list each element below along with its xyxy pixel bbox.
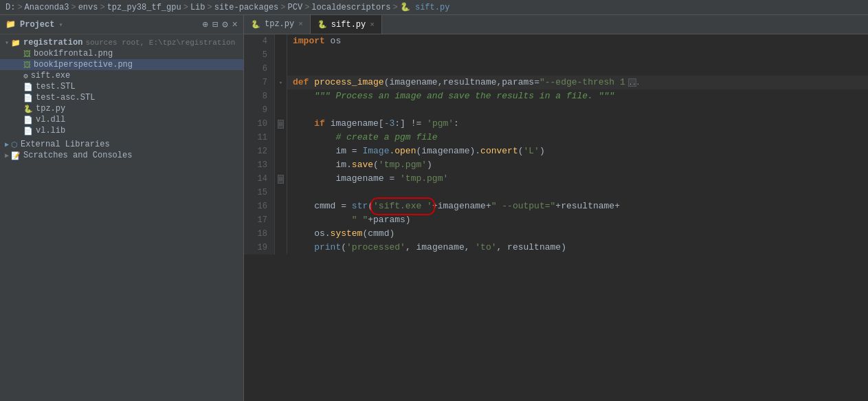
- settings-icon[interactable]: ⚙: [222, 19, 227, 30]
- sidebar-title: Project: [20, 20, 54, 30]
- book1frontal-icon: 🖼: [23, 50, 31, 58]
- folder-icon: 📁: [5, 19, 16, 30]
- code-line-11: 11 # create a pgm file: [244, 131, 868, 144]
- sidebar-root-label: registration: [23, 38, 82, 47]
- code-line-4: 4 import os: [244, 34, 868, 48]
- code-line-5: 5: [244, 48, 868, 62]
- tpz-py-icon: 🐍: [23, 105, 33, 113]
- sidebar: 📁 Project ▾ ⊕ ⊟ ⚙ × ▾ 📁 registration sou…: [0, 15, 244, 401]
- editor-area: 🐍 tpz.py × 🐍 sift.py × 4 import os 5: [244, 15, 868, 401]
- code-line-17: 17 " "+params): [244, 213, 868, 227]
- code-line-8: 8 """ Process an image and save the resu…: [244, 89, 868, 103]
- project-folder-icon: 📁: [11, 39, 21, 47]
- scratches-arrow: ▶: [3, 151, 11, 160]
- sidebar-dropdown-arrow[interactable]: ▾: [58, 21, 63, 29]
- sidebar-label-book1frontal: book1frontal.png: [34, 49, 113, 58]
- breadcrumb-folder-5: site-packages: [214, 3, 279, 12]
- breadcrumb-folder-7: localdescriptors: [311, 3, 390, 12]
- breadcrumb-folder-6: PCV: [288, 3, 303, 12]
- sidebar-label-tpz-py: tpz.py: [36, 104, 65, 113]
- book1perspective-icon: 🖼: [23, 61, 31, 69]
- breadcrumb-drive: D:: [5, 3, 15, 12]
- sidebar-label-vl-dll: vl.dll: [36, 115, 65, 124]
- sidebar-item-test-asc-stl[interactable]: 📄 test-asc.STL: [0, 92, 243, 103]
- collapse-icon[interactable]: ⊟: [212, 19, 218, 30]
- code-line-14: 14 ⊟ imagename = 'tmp.pgm': [244, 172, 868, 186]
- sidebar-label-book1perspective: book1perspective.png: [34, 60, 133, 69]
- breadcrumb-folder-3: tpz_py38_tf_gpu: [107, 3, 181, 12]
- sidebar-item-scratches[interactable]: ▶ 📝 Scratches and Consoles: [0, 150, 243, 161]
- sidebar-root-subtitle: sources root, E:\tpz\registration: [85, 39, 235, 47]
- sidebar-item-book1perspective[interactable]: 🖼 book1perspective.png: [0, 59, 243, 70]
- sift-py-tab-icon: 🐍: [318, 20, 327, 29]
- fold-icon-14[interactable]: ⊟: [278, 175, 284, 184]
- sidebar-label-vl-lib: vl.lib: [36, 126, 65, 136]
- sidebar-label-test-stl: test.STL: [36, 82, 76, 91]
- code-line-13: 13 im.save('tmp.pgm'): [244, 158, 868, 172]
- tab-tpz-py[interactable]: 🐍 tpz.py ×: [244, 15, 311, 34]
- sidebar-label-test-asc-stl: test-asc.STL: [36, 93, 95, 102]
- code-line-12: 12 im = Image.open(imagename).convert('L…: [244, 144, 868, 158]
- sidebar-label-sift-exe: sift.exe: [31, 71, 71, 80]
- tabs-bar: 🐍 tpz.py × 🐍 sift.py ×: [244, 15, 868, 34]
- code-line-6: 6: [244, 62, 868, 76]
- tab-sift-py[interactable]: 🐍 sift.py ×: [311, 15, 382, 34]
- tpz-py-tab-label: tpz.py: [265, 19, 294, 29]
- fold-arrow-7[interactable]: ▾: [279, 79, 282, 87]
- code-editor[interactable]: 4 import os 5 6 7 ▾: [244, 34, 868, 401]
- sidebar-item-tpz-py[interactable]: 🐍 tpz.py: [0, 103, 243, 114]
- breadcrumb-folder-2: envs: [78, 3, 98, 12]
- sidebar-item-external-libs[interactable]: ▶ ⬡ External Libraries: [0, 139, 243, 150]
- fold-icon-10[interactable]: ⊟: [278, 120, 284, 129]
- sidebar-item-book1frontal[interactable]: 🖼 book1frontal.png: [0, 48, 243, 59]
- tpz-py-tab-close[interactable]: ×: [298, 20, 303, 28]
- breadcrumb-folder-4: Lib: [190, 3, 205, 12]
- code-line-15: 15: [244, 186, 868, 199]
- sidebar-tree: ▾ 📁 registration sources root, E:\tpz\re…: [0, 34, 243, 401]
- sidebar-label-scratches: Scratches and Consoles: [23, 151, 132, 160]
- breadcrumb-file: 🐍 sift.py: [400, 2, 450, 12]
- code-line-7: 7 ▾ def process_image(imagename,resultna…: [244, 76, 868, 89]
- sift-py-tab-label: sift.py: [331, 20, 366, 30]
- main-area: 📁 Project ▾ ⊕ ⊟ ⚙ × ▾ 📁 registration sou…: [0, 15, 868, 401]
- test-stl-icon: 📄: [23, 83, 33, 91]
- breadcrumb: D: > Anaconda3 > envs > tpz_py38_tf_gpu …: [0, 0, 868, 15]
- sidebar-title-area: 📁 Project ▾: [5, 19, 63, 30]
- sidebar-header: 📁 Project ▾ ⊕ ⊟ ⚙ ×: [0, 15, 243, 34]
- sidebar-label-external-libs: External Libraries: [21, 140, 110, 149]
- sift-py-tab-close[interactable]: ×: [370, 21, 375, 29]
- vl-lib-icon: 📄: [23, 127, 33, 136]
- sidebar-item-vl-dll[interactable]: 📄 vl.dll: [0, 114, 243, 125]
- tpz-py-tab-icon: 🐍: [251, 20, 260, 29]
- sidebar-item-root[interactable]: ▾ 📁 registration sources root, E:\tpz\re…: [0, 37, 243, 48]
- external-libs-icon: ⬡: [11, 140, 18, 149]
- code-line-18: 18 os.system(cmmd): [244, 227, 868, 241]
- vl-dll-icon: 📄: [23, 116, 33, 124]
- sidebar-item-vl-lib[interactable]: 📄 vl.lib: [0, 125, 243, 136]
- sidebar-action-icons: ⊕ ⊟ ⚙ ×: [202, 19, 238, 30]
- expand-arrow: ▾: [3, 39, 11, 47]
- code-line-16: 16 cmmd = str('sift.exe '+imagename+" --…: [244, 199, 868, 213]
- sidebar-item-test-stl[interactable]: 📄 test.STL: [0, 81, 243, 92]
- breadcrumb-folder-1: Anaconda3: [25, 3, 69, 12]
- sift-exe-icon: ⚙: [23, 72, 28, 80]
- sidebar-item-sift-exe[interactable]: ⚙ sift.exe: [0, 70, 243, 81]
- code-line-10: 10 ⊟ if imagename[-3:] != 'pgm':: [244, 117, 868, 131]
- test-asc-stl-icon: 📄: [23, 94, 33, 102]
- code-line-9: 9: [244, 103, 868, 117]
- external-libs-arrow: ▶: [3, 140, 11, 149]
- code-line-19: 19 print('processed', imagename, 'to', r…: [244, 241, 868, 254]
- scratches-icon: 📝: [11, 151, 21, 160]
- close-icon[interactable]: ×: [232, 19, 238, 30]
- globe-icon[interactable]: ⊕: [202, 19, 208, 30]
